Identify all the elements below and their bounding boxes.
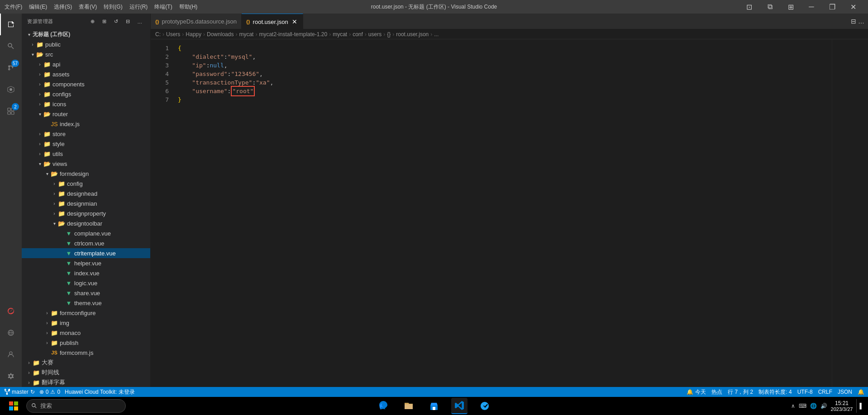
new-file-btn[interactable]: ⊕ — [88, 17, 98, 27]
tree-item-assets[interactable]: › 📁 assets — [22, 69, 150, 79]
tree-item-designproperty[interactable]: › 📁 designproperty — [22, 208, 150, 218]
tray-clock[interactable]: 15:21 2023/3/27 — [831, 400, 853, 412]
menu-run[interactable]: 运行(R) — [129, 3, 148, 11]
tray-show-desktop[interactable]: ▌ — [856, 399, 863, 413]
git-branch-status[interactable]: master ↻ — [4, 389, 35, 395]
tree-item-publish[interactable]: › 📁 publish — [22, 338, 150, 348]
activity-huawei[interactable] — [0, 300, 22, 322]
tree-item-icons[interactable]: › 📁 icons — [22, 99, 150, 109]
tray-network[interactable]: 🌐 — [810, 403, 817, 409]
refresh-btn[interactable]: ↺ — [111, 17, 121, 27]
tree-item-dasai[interactable]: › 📁 大赛 — [22, 358, 150, 368]
taskbar-icon-store[interactable] — [426, 398, 442, 414]
language-status[interactable]: JSON — [838, 389, 852, 395]
activity-explorer[interactable] — [0, 14, 22, 35]
menu-goto[interactable]: 转到(G) — [104, 3, 122, 11]
tray-keyboard[interactable]: ⌨ — [799, 403, 806, 409]
tree-item-store[interactable]: › 📁 store — [22, 129, 150, 139]
tree-item-formcomm[interactable]: JS formcomm.js — [22, 348, 150, 358]
activity-debug[interactable] — [0, 79, 22, 100]
bc-users[interactable]: Users — [166, 31, 180, 38]
more-editor-btn[interactable]: … — [858, 18, 864, 25]
tree-item-img[interactable]: › 📁 img — [22, 318, 150, 328]
grid-icon[interactable]: ⊞ — [780, 0, 801, 14]
tree-item-helper[interactable]: ▼ helper.vue — [22, 258, 150, 268]
menu-edit[interactable]: 编辑(E) — [29, 3, 47, 11]
taskbar-icon-bird[interactable] — [477, 398, 493, 414]
tree-item-utils[interactable]: › 📁 utils — [22, 149, 150, 159]
window-controls[interactable]: ⊡ ⧉ ⊞ ─ ❐ ✕ — [739, 0, 863, 14]
taskbar-icon-edge[interactable] — [375, 398, 391, 414]
editor-layout-btns[interactable]: ⊟ … — [847, 14, 868, 29]
layout-icon[interactable]: ⊡ — [739, 0, 759, 14]
activity-extensions[interactable]: 2 — [0, 100, 22, 122]
bc-happy[interactable]: Happy — [186, 31, 201, 38]
tray-volume[interactable]: 🔊 — [820, 403, 827, 409]
tree-item-style[interactable]: › 📁 style — [22, 139, 150, 149]
tree-item-router[interactable]: ▾ 📂 router — [22, 109, 150, 119]
tree-item-configs[interactable]: › 📁 configs — [22, 89, 150, 99]
bc-mycat2[interactable]: mycat — [333, 31, 347, 38]
tree-item-monaco[interactable]: › 📁 monaco — [22, 328, 150, 338]
tab-size-status[interactable]: 制表符长度: 4 — [758, 388, 792, 396]
tray-caret[interactable]: ∧ — [791, 403, 795, 409]
tree-item-formconfigure[interactable]: › 📁 formconfigure — [22, 308, 150, 318]
tree-item-config[interactable]: › 📁 config — [22, 179, 150, 189]
activity-settings[interactable] — [0, 365, 22, 387]
tree-item-components[interactable]: › 📁 components — [22, 79, 150, 89]
tree-item-ctrltemplate[interactable]: ▼ ctrltemplate.vue — [22, 248, 150, 258]
tab-root-close[interactable]: ✕ — [291, 18, 298, 25]
tab-proto[interactable]: {} prototypeDs.datasource.json — [151, 14, 242, 29]
split-editor-btn[interactable]: ⊟ — [851, 18, 856, 25]
maximize-btn[interactable]: ❐ — [822, 0, 843, 14]
tree-item-designtoolbar[interactable]: ▾ 📂 designtoolbar — [22, 218, 150, 228]
menu-help[interactable]: 帮助(H) — [179, 3, 198, 11]
activity-account[interactable] — [0, 344, 22, 365]
tree-item-public[interactable]: › 📁 public — [22, 39, 150, 49]
tree-item-subtitle[interactable]: › 📁 翻译字幕 — [22, 377, 150, 387]
new-folder-btn[interactable]: ⊞ — [100, 17, 110, 27]
minimize-btn[interactable]: ─ — [801, 0, 822, 14]
start-button[interactable] — [5, 397, 23, 415]
errors-status[interactable]: ⊗ 0 ⚠ 0 — [39, 389, 60, 395]
tree-item-share[interactable]: ▼ share.vue — [22, 288, 150, 298]
editor-scrollbar[interactable] — [825, 39, 832, 387]
tree-item-timeline[interactable]: › 📁 时间线 — [22, 368, 150, 377]
tree-item-designhead[interactable]: › 📁 designhead — [22, 189, 150, 198]
more-btn[interactable]: … — [135, 17, 145, 27]
tree-item-theme[interactable]: ▼ theme.vue — [22, 298, 150, 308]
title-bar-menus[interactable]: 文件(F) 编辑(E) 选择(S) 查看(V) 转到(G) 运行(R) 终端(T… — [5, 3, 197, 11]
menu-file[interactable]: 文件(F) — [5, 3, 22, 11]
encoding-status[interactable]: UTF-8 — [797, 389, 813, 395]
bell-status[interactable]: 🔔 — [858, 389, 864, 395]
menu-terminal[interactable]: 终端(T) — [154, 3, 172, 11]
code-editor[interactable]: { "dialect":"mysql", "ip":null, "passwor… — [173, 39, 825, 387]
tree-item-designmian[interactable]: › 📁 designmian — [22, 198, 150, 208]
activity-git[interactable]: 57 — [0, 57, 22, 79]
tree-item-index-js[interactable]: JS index.js — [22, 119, 150, 129]
activity-search[interactable] — [0, 35, 22, 57]
workspace-root[interactable]: ▾ 无标题 (工作区) — [22, 29, 150, 39]
cursor-position[interactable]: 行 7，列 2 — [728, 388, 753, 396]
bc-users2[interactable]: users — [368, 31, 382, 38]
sidebar-action-buttons[interactable]: ⊕ ⊞ ↺ ⊟ … — [88, 17, 145, 27]
collapse-btn[interactable]: ⊟ — [123, 17, 133, 27]
split-icon[interactable]: ⧉ — [759, 0, 780, 14]
taskbar-icon-vscode[interactable] — [451, 398, 467, 414]
tree-item-formdesign[interactable]: ▾ 📂 formdesign — [22, 169, 150, 179]
hotspot-status[interactable]: 热点 — [711, 388, 722, 396]
tree-item-ctrlcom[interactable]: ▼ ctrlcom.vue — [22, 238, 150, 248]
tree-item-views[interactable]: ▾ 📂 views — [22, 159, 150, 169]
bc-rootuser[interactable]: root.user.json — [396, 31, 429, 38]
tab-root[interactable]: {} root.user.json ✕ — [242, 14, 303, 29]
bc-mycat1[interactable]: mycat — [239, 31, 253, 38]
taskbar-icon-explorer[interactable] — [401, 398, 417, 414]
bc-downloads[interactable]: Downloads — [207, 31, 234, 38]
activity-remote[interactable] — [0, 322, 22, 344]
huawei-status[interactable]: Huawei Cloud Toolkit: 未登录 — [65, 388, 135, 396]
line-ending-status[interactable]: CRLF — [818, 389, 832, 395]
menu-view[interactable]: 查看(V) — [79, 3, 97, 11]
today-status[interactable]: 🔔 今天 — [687, 388, 706, 396]
tree-item-logic[interactable]: ▼ logic.vue — [22, 278, 150, 288]
tree-item-complane[interactable]: ▼ complane.vue — [22, 228, 150, 238]
